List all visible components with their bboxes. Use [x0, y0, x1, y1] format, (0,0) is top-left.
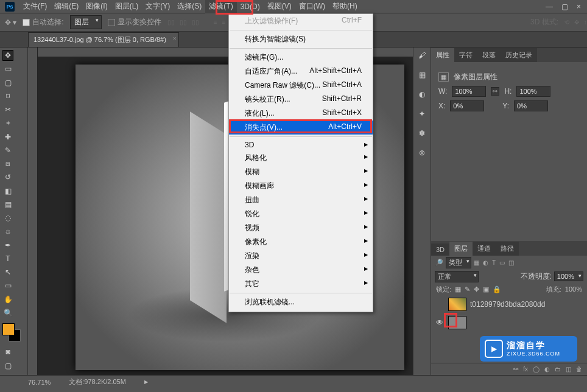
visibility-toggle[interactable]: 👁	[435, 318, 445, 327]
opacity-value[interactable]: 100%	[554, 271, 583, 281]
dd-pixelate-submenu[interactable]: 像素化	[229, 235, 373, 249]
doc-status[interactable]: 文档:978.2K/2.05M	[69, 377, 126, 387]
window-maximize-icon[interactable]: ▢	[561, 2, 568, 11]
close-tab-icon[interactable]: ×	[172, 35, 176, 42]
history-brush-tool[interactable]: ↺	[2, 172, 13, 183]
dd-lens-correct[interactable]: 镜头校正(R)...Shift+Ctrl+R	[229, 93, 373, 107]
lock-position-icon[interactable]: ✥	[474, 285, 479, 293]
menu-window[interactable]: 窗口(W)	[295, 0, 329, 13]
dd-liquify[interactable]: 液化(L)...Shift+Ctrl+X	[229, 107, 373, 121]
tab-3d[interactable]: 3D	[431, 243, 449, 256]
eraser-tool[interactable]: ◧	[2, 186, 13, 197]
layer-name[interactable]: t0128979d3bda2080dd	[470, 300, 545, 309]
tab-layers[interactable]: 图层	[449, 242, 473, 256]
dd-filter-gallery[interactable]: 滤镜库(G)...	[229, 51, 373, 65]
dd-render-submenu[interactable]: 渲染	[229, 249, 373, 263]
dolly-3d-icon[interactable]: ↕	[584, 19, 587, 26]
group-icon[interactable]: 🗀	[555, 366, 561, 373]
distribute-icon[interactable]: ≡	[222, 19, 226, 26]
filter-shape-icon[interactable]: ▭	[499, 259, 505, 266]
lock-icon[interactable]: 🔒	[493, 285, 501, 293]
pen-tool[interactable]: ✒	[2, 240, 13, 251]
layer-thumbnail[interactable]	[448, 316, 466, 329]
color-swatches[interactable]	[2, 323, 25, 344]
menu-text[interactable]: 文字(Y)	[142, 0, 174, 13]
crop-tool[interactable]: ✂	[2, 104, 13, 115]
orbit-3d-icon[interactable]: ⟲	[564, 19, 569, 26]
tab-paths[interactable]: 路径	[496, 242, 519, 256]
hand-tool[interactable]: ✋	[2, 294, 13, 305]
filter-pixel-icon[interactable]: ▦	[474, 259, 479, 266]
zoom-status[interactable]: 76.71%	[28, 379, 51, 386]
layer-mask-icon[interactable]: ◯	[533, 366, 540, 373]
align-icon[interactable]: ▯▯	[180, 19, 187, 26]
move-tool-icon[interactable]: ✥ ▾	[5, 18, 16, 27]
styles-icon[interactable]: ✦	[417, 108, 427, 119]
layer-item-0[interactable]: 👁	[431, 313, 587, 332]
auto-select-checkbox[interactable]	[23, 19, 30, 26]
cc-libraries-icon[interactable]: ⊚	[417, 147, 427, 158]
dd-adaptive-wide[interactable]: 自适应广角(A)...Alt+Shift+Ctrl+A	[229, 65, 373, 79]
dd-browse-online[interactable]: 浏览联机滤镜...	[229, 295, 373, 309]
dd-blur-gallery-submenu[interactable]: 模糊画廊	[229, 179, 373, 193]
lock-all-icon[interactable]: ▦	[455, 285, 461, 293]
dd-other-submenu[interactable]: 其它	[229, 277, 373, 291]
distribute-icon[interactable]: ≡	[214, 19, 217, 26]
dd-noise-submenu[interactable]: 杂色	[229, 263, 373, 277]
dd-3d-submenu[interactable]: 3D	[229, 139, 373, 151]
quick-mask-icon[interactable]: ◙	[2, 346, 13, 357]
fill-value[interactable]: 100%	[565, 285, 582, 293]
adjustment-layer-icon[interactable]: ◐	[544, 366, 550, 373]
document-tab[interactable]: 132440L37-0.jpg @ 76.7% (图层 0, RGB/8#) ×	[28, 32, 179, 47]
menu-select[interactable]: 选择(S)	[174, 0, 205, 13]
dd-distort-submenu[interactable]: 扭曲	[229, 193, 373, 207]
layer-filter-kind[interactable]: 类型	[446, 257, 471, 268]
type-tool[interactable]: T	[2, 253, 13, 264]
gradient-tool[interactable]: ▤	[2, 199, 13, 210]
tab-paragraph[interactable]: 段落	[477, 48, 501, 62]
move-tool[interactable]: ✥	[2, 50, 13, 61]
adjustments-icon[interactable]: ◐	[417, 89, 427, 100]
new-layer-icon[interactable]: ◫	[566, 366, 571, 373]
delete-layer-icon[interactable]: 🗑	[576, 366, 582, 373]
align-icon[interactable]: ▯▯	[167, 19, 175, 26]
menu-filter[interactable]: 滤镜(T)	[205, 0, 236, 13]
menu-image[interactable]: 图像(I)	[82, 0, 111, 13]
dd-smart-filter[interactable]: 转换为智能滤镜(S)	[229, 32, 373, 46]
screen-mode-icon[interactable]: ▢	[2, 360, 13, 371]
y-input[interactable]	[514, 100, 548, 111]
dd-video-submenu[interactable]: 视频	[229, 221, 373, 235]
lock-pixels-icon[interactable]: ✎	[465, 285, 470, 293]
pan-3d-icon[interactable]: ✥	[574, 19, 579, 26]
link-layers-icon[interactable]: ⚯	[513, 366, 518, 373]
height-input[interactable]	[516, 86, 550, 97]
filter-text-icon[interactable]: T	[492, 259, 496, 266]
window-close-icon[interactable]: ×	[577, 2, 581, 11]
width-input[interactable]	[452, 86, 486, 97]
filter-smart-icon[interactable]: ◫	[508, 259, 514, 266]
brush-preset-icon[interactable]: 🖌	[417, 50, 427, 61]
x-input[interactable]	[450, 100, 484, 111]
artboard-tool[interactable]: ▭	[2, 63, 13, 74]
align-icon[interactable]: ▯▯	[192, 19, 199, 26]
menu-3d[interactable]: 3D(D)	[237, 1, 264, 13]
path-tool[interactable]: ↖	[2, 267, 13, 278]
menu-layer[interactable]: 图层(L)	[111, 0, 142, 13]
menu-file[interactable]: 文件(F)	[19, 0, 51, 13]
swatches-icon[interactable]: ▦	[417, 69, 427, 80]
layer-fx-icon[interactable]: fx	[523, 366, 528, 373]
blur-tool[interactable]: ◌	[2, 212, 13, 223]
menu-view[interactable]: 视图(V)	[264, 0, 295, 13]
dd-vanishing-point[interactable]: 消失点(V)...Alt+Ctrl+V	[229, 121, 373, 135]
menu-edit[interactable]: 编辑(E)	[51, 0, 82, 13]
zoom-tool[interactable]: 🔍	[2, 307, 13, 318]
dd-blur-submenu[interactable]: 模糊	[229, 165, 373, 179]
auto-select-mode[interactable]: 图层	[70, 15, 102, 29]
show-transform-checkbox[interactable]	[108, 19, 115, 26]
menu-help[interactable]: 帮助(H)	[329, 0, 361, 13]
dd-stylize-submenu[interactable]: 风格化	[229, 151, 373, 165]
stamp-tool[interactable]: ⧈	[2, 158, 13, 169]
dd-camera-raw[interactable]: Camera Raw 滤镜(C)...Shift+Ctrl+A	[229, 79, 373, 93]
blend-mode-select[interactable]: 正常	[435, 271, 479, 282]
window-minimize-icon[interactable]: —	[546, 2, 553, 11]
